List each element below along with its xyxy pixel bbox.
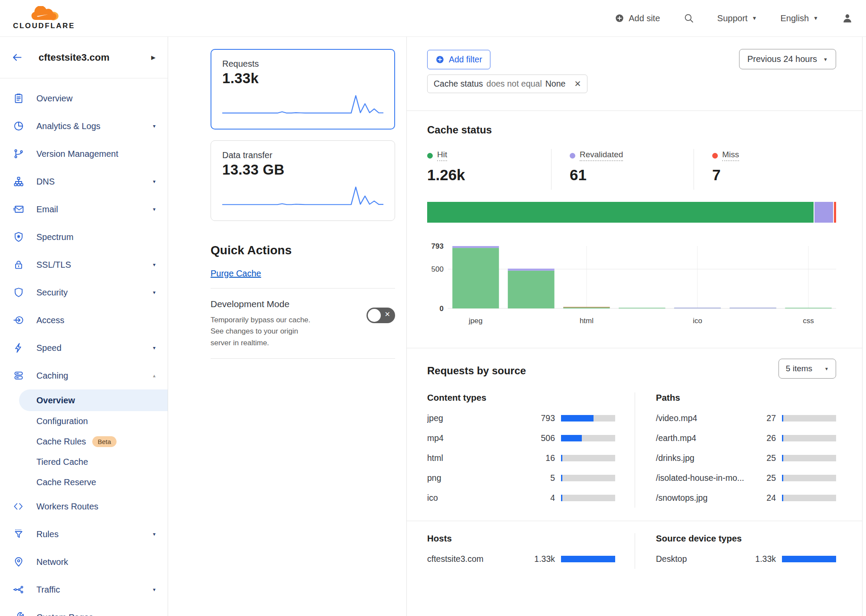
filter-operator: does not equal [487, 79, 542, 89]
legend-label[interactable]: Miss [722, 150, 739, 161]
row-bar-fill [782, 415, 783, 421]
toggle-knob [368, 309, 381, 322]
row-label: ico [427, 493, 527, 503]
sidebar-item-email[interactable]: Email ▾ [0, 195, 168, 223]
row-bar [782, 455, 836, 461]
row-bar [561, 495, 615, 501]
row-label: /isolated-house-in-mo... [656, 473, 748, 483]
sidebar-item-analytics-logs[interactable]: Analytics & Logs ▾ [0, 112, 168, 140]
sidebar-subitem-cache-rules[interactable]: Cache Rules Beta [0, 431, 168, 452]
user-avatar-icon[interactable] [842, 13, 853, 24]
sidebar-subitem-overview[interactable]: Overview [19, 389, 168, 411]
sidebar-item-label: Custom Pages [36, 613, 93, 616]
chevron-down-icon: ▾ [153, 531, 156, 537]
sidebar-item-workers-routes[interactable]: Workers Routes [0, 493, 168, 520]
sidebar-subitem-label: Overview [36, 396, 75, 405]
sidebar-item-network[interactable]: Network [0, 548, 168, 576]
clipboard-icon [13, 93, 24, 104]
code-icon [13, 501, 24, 512]
add-site-label: Add site [629, 13, 660, 23]
sidebar-subitem-cache-reserve[interactable]: Cache Reserve [0, 472, 168, 493]
row-label: Desktop [656, 554, 748, 564]
row-bar [561, 435, 615, 441]
support-menu[interactable]: Support ▼ [717, 13, 757, 23]
sidebar-subitem-configuration[interactable]: Configuration [0, 411, 168, 431]
chevron-down-icon: ▼ [752, 15, 757, 21]
development-mode-toggle[interactable]: ✕ [367, 308, 395, 323]
share-icon [13, 584, 24, 595]
purge-cache-link[interactable]: Purge Cache [211, 269, 261, 279]
filter-value: None [545, 79, 566, 89]
legend-dot-icon [570, 153, 575, 159]
site-selector[interactable]: cftestsite3.com ▶ [0, 37, 168, 78]
language-menu[interactable]: English ▼ [781, 13, 819, 23]
sidebar-item-label: Overview [36, 94, 72, 104]
cloudflare-cloud-icon [26, 6, 62, 21]
list-item: /snowtops.jpg 24 [656, 488, 836, 508]
pin-icon [13, 556, 24, 567]
row-value: 506 [527, 433, 555, 443]
cloudflare-logo[interactable]: CLOUDFLARE [13, 6, 75, 30]
row-bar-fill [561, 475, 562, 481]
language-label: English [781, 13, 809, 23]
plus-circle-icon [615, 13, 624, 23]
sidebar-item-security[interactable]: Security ▾ [0, 279, 168, 306]
sidebar-subitem-tiered-cache[interactable]: Tiered Cache [0, 452, 168, 472]
filter-chip: Cache status does not equal None ✕ [427, 75, 587, 93]
requests-metric-card[interactable]: Requests 1.33k [211, 49, 395, 130]
search-icon[interactable] [684, 13, 694, 23]
sidebar-item-access[interactable]: Access [0, 306, 168, 334]
divider [211, 358, 395, 359]
sidebar-item-dns[interactable]: DNS ▾ [0, 168, 168, 195]
sidebar-item-label: Traffic [36, 585, 60, 595]
stacked-segment-miss [834, 202, 836, 223]
time-range-dropdown[interactable]: Previous 24 hours ▼ [739, 49, 836, 69]
legend-label[interactable]: Revalidated [580, 150, 623, 161]
requests-by-source-section: Requests by source 5 items ▼ Content typ… [407, 348, 862, 521]
remove-filter-icon[interactable]: ✕ [574, 79, 581, 89]
legend-dot-icon [712, 153, 718, 159]
filter-field: Cache status [434, 79, 483, 89]
row-bar-fill [561, 415, 594, 421]
sidebar-item-custom-pages[interactable]: Custom Pages [0, 603, 168, 616]
chevron-right-icon[interactable]: ▶ [151, 54, 156, 61]
sidebar-item-label: Email [36, 204, 58, 214]
items-count-dropdown[interactable]: 5 items ▼ [778, 359, 836, 379]
sidebar-item-label: DNS [36, 177, 55, 187]
hosts-devices-section: Hosts cftestsite3.com 1.33k Source devic… [407, 521, 862, 569]
sidebar: cftestsite3.com ▶ Overview Analytics & L… [0, 37, 168, 616]
metric-label: Requests [222, 59, 383, 69]
row-bar-fill [782, 455, 783, 461]
svg-text:html: html [580, 317, 594, 325]
back-arrow-icon[interactable] [11, 52, 23, 63]
row-bar-fill [561, 435, 582, 441]
data-transfer-metric-card[interactable]: Data transfer 13.33 GB [211, 140, 395, 221]
hosts-group: Hosts cftestsite3.com 1.33k [427, 533, 635, 569]
legend-label[interactable]: Hit [437, 150, 447, 161]
shield-star-icon [13, 231, 24, 243]
sidebar-item-ssl-tls[interactable]: SSL/TLS ▾ [0, 251, 168, 279]
add-site-button[interactable]: Add site [615, 13, 660, 23]
svg-text:793: 793 [431, 242, 444, 250]
row-bar [561, 556, 615, 562]
add-filter-button[interactable]: Add filter [427, 50, 490, 69]
sidebar-item-speed[interactable]: Speed ▾ [0, 334, 168, 362]
sidebar-item-label: Rules [36, 529, 58, 539]
sidebar-item-version-management[interactable]: Version Management [0, 140, 168, 168]
sidebar-item-caching[interactable]: Caching ▴ [0, 362, 168, 389]
toggle-off-x-icon: ✕ [385, 310, 390, 318]
sidebar-subitem-label: Cache Rules [36, 437, 86, 447]
list-item: /video.mp4 27 [656, 408, 836, 428]
sidebar-item-rules[interactable]: Rules ▾ [0, 520, 168, 548]
chevron-down-icon: ▾ [153, 289, 156, 295]
row-value: 1.33k [527, 554, 555, 564]
cache-status-title: Cache status [427, 124, 836, 136]
sidebar-item-spectrum[interactable]: Spectrum [0, 223, 168, 251]
metric-value: 1.33k [222, 70, 383, 87]
funnel-icon [13, 528, 24, 540]
bolt-icon [13, 342, 24, 353]
row-bar [782, 495, 836, 501]
sidebar-item-traffic[interactable]: Traffic ▾ [0, 576, 168, 603]
sidebar-item-overview[interactable]: Overview [0, 84, 168, 112]
metric-value: 13.33 GB [222, 162, 383, 178]
